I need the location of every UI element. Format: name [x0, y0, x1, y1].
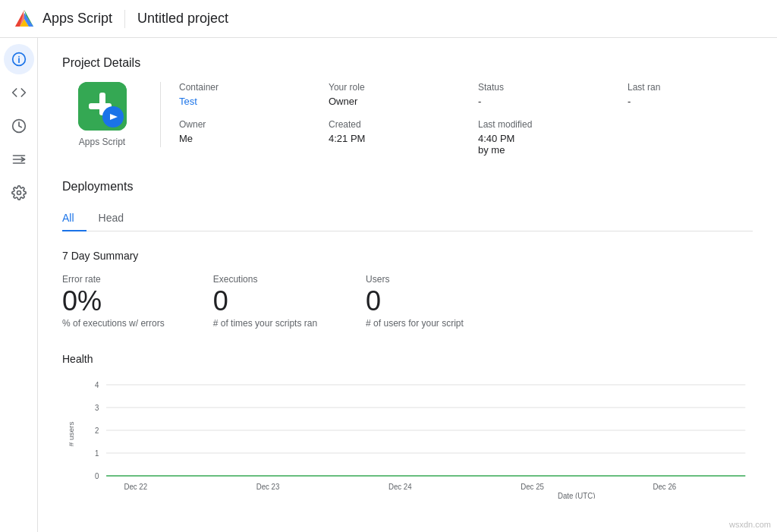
- deployments-tabs: All Head: [62, 206, 753, 231]
- role-label: Your role: [329, 82, 454, 93]
- last-modified-label: Last modified: [478, 119, 603, 130]
- svg-text:Dec 22: Dec 22: [124, 483, 147, 491]
- summary-title: 7 Day Summary: [62, 250, 753, 262]
- last-ran-label: Last ran: [628, 82, 753, 93]
- owner-label: Owner: [179, 119, 304, 130]
- metric-error-rate: Error rate 0% % of executions w/ errors: [62, 274, 165, 329]
- svg-text:4: 4: [95, 381, 99, 389]
- app-logo: [12, 7, 36, 31]
- role-value: Owner: [329, 96, 454, 107]
- owner-value: Me: [179, 133, 304, 144]
- users-value: 0: [366, 288, 464, 315]
- meta-role: Your role Owner: [329, 82, 454, 107]
- sidebar-icon-info[interactable]: [4, 44, 34, 74]
- svg-point-9: [17, 191, 20, 195]
- svg-text:1: 1: [95, 449, 99, 458]
- error-rate-label: Error rate: [62, 274, 165, 285]
- svg-text:Dec 23: Dec 23: [256, 483, 280, 491]
- project-icon-wrapper: Apps Script: [62, 82, 161, 147]
- last-modified-value: 4:40 PM by me: [478, 133, 603, 156]
- meta-owner: Owner Me: [179, 119, 304, 156]
- svg-text:Dec 26: Dec 26: [653, 483, 677, 491]
- container-value[interactable]: Test: [179, 96, 304, 107]
- executions-value: 0: [213, 288, 317, 315]
- users-desc: # of users for your script: [366, 318, 464, 329]
- svg-text:Dec 25: Dec 25: [521, 483, 544, 491]
- project-icon-label: Apps Script: [79, 137, 125, 147]
- created-value: 4:21 PM: [329, 133, 454, 144]
- users-label: Users: [366, 274, 464, 285]
- header: Apps Script Untitled project: [0, 0, 777, 38]
- app-name: Apps Script: [42, 11, 112, 27]
- sidebar-icon-settings[interactable]: [4, 178, 34, 208]
- executions-desc: # of times your scripts ran: [213, 318, 317, 329]
- metrics-grid: Error rate 0% % of executions w/ errors …: [62, 274, 753, 329]
- svg-text:Dec 24: Dec 24: [388, 483, 412, 491]
- project-name: Untitled project: [137, 11, 228, 27]
- watermark: wsxdn.com: [729, 520, 771, 529]
- svg-point-4: [18, 56, 20, 58]
- tab-all[interactable]: All: [62, 206, 87, 231]
- tab-head[interactable]: Head: [99, 206, 136, 231]
- container-label: Container: [179, 82, 304, 93]
- metric-executions: Executions 0 # of times your scripts ran: [213, 274, 317, 329]
- meta-created: Created 4:21 PM: [329, 119, 454, 156]
- meta-last-modified: Last modified 4:40 PM by me: [478, 119, 603, 156]
- meta-status: Status -: [478, 82, 603, 107]
- error-rate-desc: % of executions w/ errors: [62, 318, 165, 329]
- executions-label: Executions: [213, 274, 317, 285]
- health-title: Health: [62, 353, 753, 365]
- deployments-title: Deployments: [62, 180, 753, 194]
- svg-text:# users: # users: [67, 422, 75, 447]
- health-section: Health 4 3 2 1 0: [62, 353, 753, 499]
- main-content: Project Details Apps Script: [38, 38, 777, 532]
- meta-last-ran: Last ran -: [628, 82, 753, 107]
- header-divider: [124, 10, 125, 28]
- svg-text:0: 0: [95, 472, 99, 480]
- layout: Project Details Apps Script: [0, 38, 777, 532]
- apps-script-logo-icon: [12, 7, 36, 31]
- sidebar-icon-deployments[interactable]: [4, 144, 34, 175]
- project-details-card: Apps Script Container Test Your role Own…: [62, 82, 753, 156]
- last-ran-value: -: [628, 96, 753, 107]
- status-value: -: [478, 96, 603, 107]
- project-details-title: Project Details: [62, 56, 753, 70]
- created-label: Created: [329, 119, 454, 130]
- health-chart: 4 3 2 1 0 # users Dec 22 Dec 23 Dec 24 D…: [62, 377, 753, 499]
- sidebar-icon-code[interactable]: [4, 77, 34, 108]
- deployments-section: Deployments All Head 7 Day Summary Error…: [62, 180, 753, 499]
- sidebar: [0, 38, 38, 532]
- metric-users: Users 0 # of users for your script: [366, 274, 464, 329]
- project-meta-grid: Container Test Your role Owner Status - …: [179, 82, 753, 156]
- svg-text:3: 3: [95, 404, 99, 412]
- error-rate-value: 0%: [62, 288, 165, 315]
- svg-text:Date (UTC): Date (UTC): [558, 492, 595, 499]
- project-app-icon: [78, 82, 127, 131]
- svg-text:2: 2: [95, 427, 99, 435]
- sidebar-icon-triggers[interactable]: [4, 111, 34, 141]
- meta-container: Container Test: [179, 82, 304, 107]
- chart-container: 4 3 2 1 0 # users Dec 22 Dec 23 Dec 24 D…: [62, 377, 753, 499]
- status-label: Status: [478, 82, 603, 93]
